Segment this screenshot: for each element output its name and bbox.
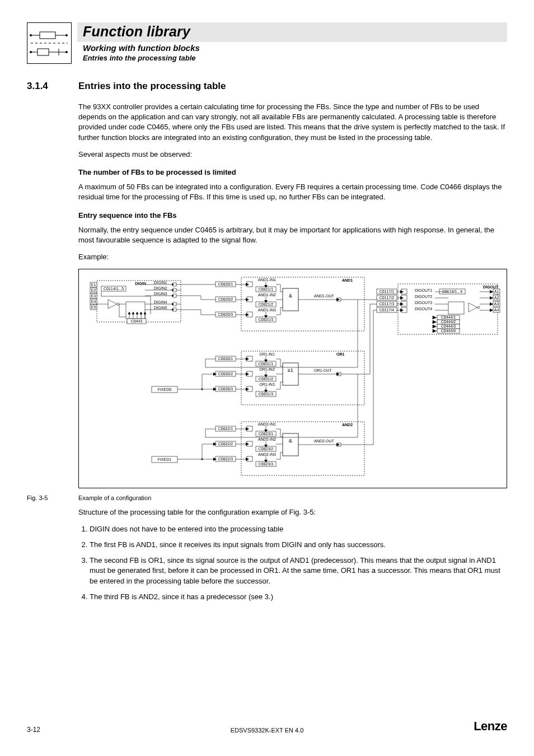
and2-in1-code: C0822/1 — [218, 427, 233, 431]
fixed0: FIXED0 — [158, 388, 172, 391]
digout-in2: C0117/2 — [380, 296, 395, 300]
and1-in1-cfg: C0821/1 — [259, 287, 274, 291]
digin-e1: E1 — [91, 283, 96, 287]
list-item: DIGIN does not have to be entered into t… — [90, 524, 507, 534]
and1-in3-code: C0820/3 — [218, 312, 233, 316]
digin-e4: E4 — [91, 300, 96, 304]
svg-point-7 — [30, 51, 32, 53]
or1-in3-cfg: C0831/3 — [259, 392, 274, 396]
digout-in4: C0117/4 — [380, 308, 395, 312]
or1-in2: OR1-IN2 — [259, 367, 275, 371]
svg-marker-140 — [433, 316, 436, 319]
paragraph-num-fbs: A maximum of 50 FBs can be integrated in… — [78, 182, 507, 202]
digout-out3: DIGOUT3 — [415, 301, 432, 305]
list-item: The second FB is OR1, since its signal s… — [90, 556, 507, 586]
svg-point-4 — [65, 34, 68, 36]
svg-rect-220 — [283, 433, 298, 456]
or1-in2-cfg: C0831/2 — [259, 377, 274, 381]
and1-in2: AND1-IN2 — [258, 293, 276, 297]
svg-point-12 — [65, 51, 68, 53]
and1-in1: AND1-IN1 — [258, 278, 276, 282]
svg-marker-47 — [128, 312, 130, 314]
digout-out4: DIGOUT4 — [415, 307, 432, 311]
svg-point-237 — [202, 459, 203, 460]
digout-in1: C0117/1 — [380, 290, 395, 293]
page-subsubtitle: Entries into the processing table — [77, 54, 507, 62]
digout-cfg2: C0444/2 — [441, 320, 456, 324]
svg-marker-55 — [144, 312, 146, 314]
svg-rect-8 — [38, 49, 49, 55]
page-footer: 3-12 EDSVS9332K-EXT EN 4.0 Lenze — [27, 719, 507, 734]
digout-cfg3: C0444/3 — [441, 324, 456, 328]
digout-code-top: C0118/1...4 — [442, 290, 462, 293]
digin-out5: DIGIN5 — [154, 306, 167, 310]
digout-out1: DIGOUT1 — [415, 288, 432, 292]
digout-a1: A1 — [494, 290, 499, 293]
digin-out2: DIGIN2 — [154, 286, 167, 290]
and2-in2: AND2-IN2 — [258, 437, 276, 441]
or1-in1: OR1-IN1 — [259, 352, 275, 356]
svg-point-190 — [202, 389, 203, 390]
digin-out3: DIGIN3 — [154, 292, 167, 296]
digout-a3: A3 — [494, 302, 499, 306]
digout-a4: A4 — [494, 308, 499, 312]
and1-op: & — [289, 293, 292, 298]
digin-code-left: C0114/1...5 — [104, 287, 124, 291]
digout-cfg1: C0444/1 — [441, 315, 456, 319]
svg-marker-128 — [490, 296, 493, 300]
and2-in1: AND2-IN1 — [258, 422, 276, 426]
and2-in3: AND2-IN3 — [258, 452, 276, 456]
and1-in2-cfg: C0821/2 — [259, 302, 274, 306]
or1-out: OR1-OUT — [314, 368, 332, 372]
section-title: Entries into the processing table — [78, 81, 226, 92]
digout-out2: DIGOUT2 — [415, 295, 432, 298]
page-header: Function library Working with function b… — [27, 22, 507, 64]
page-subtitle: Working with function blocks — [77, 43, 507, 53]
list-item: The third FB is AND2, since it has a pre… — [90, 592, 507, 602]
digin-e3: E3 — [91, 294, 96, 298]
svg-marker-142 — [433, 320, 436, 324]
svg-rect-173 — [283, 363, 298, 385]
and2-op: & — [289, 438, 292, 444]
svg-rect-23 — [126, 302, 145, 319]
svg-rect-2 — [40, 32, 55, 39]
or1-in3: OR1-IN3 — [259, 382, 275, 386]
list-item: The first FB is AND1, since it receives … — [90, 540, 507, 550]
digout-in3: C0117/3 — [380, 302, 395, 306]
example-label: Example: — [78, 252, 507, 262]
svg-marker-131 — [490, 302, 493, 306]
svg-rect-85 — [283, 288, 298, 311]
section-number: 3.1.4 — [27, 81, 78, 92]
svg-marker-134 — [490, 309, 493, 312]
page-title: Function library — [83, 24, 502, 40]
aspects-line: Several aspects must be observed: — [78, 150, 507, 160]
and2-in3-code: C0822/3 — [218, 457, 233, 461]
section-heading: 3.1.4 Entries into the processing table — [27, 81, 507, 92]
configuration-diagram: DIGIN E1 E2 E3 E4 E5 C0114/1...5 — [78, 269, 507, 488]
svg-point-1 — [30, 34, 32, 36]
and1-out: AND1-OUT — [314, 294, 335, 298]
svg-marker-125 — [490, 290, 493, 293]
and2-in1-cfg: C0823/1 — [259, 432, 274, 436]
heading-num-fbs: The number of FBs to be processed is lim… — [78, 167, 507, 178]
svg-marker-53 — [140, 312, 142, 314]
figure-caption: Example of a configuration — [78, 494, 151, 502]
processing-steps: DIGIN does not have to be entered into t… — [78, 524, 507, 602]
heading-seq: Entry sequence into the FBs — [78, 211, 507, 221]
header-icon — [27, 22, 72, 64]
or1-in1-cfg: C0831/1 — [259, 362, 274, 366]
or1-in1-code: C0830/1 — [218, 357, 233, 361]
and2-in2-cfg: C0823/2 — [259, 447, 274, 451]
and2-out: AND2-OUT — [314, 439, 335, 443]
digout-title: DIGOUT — [483, 285, 499, 289]
and1-title: AND1 — [342, 278, 353, 282]
and2-title: AND2 — [342, 423, 353, 427]
or1-in2-code: C0830/2 — [218, 372, 233, 376]
and1-in2-code: C0820/2 — [218, 297, 233, 301]
and1-in1-code: C0820/1 — [218, 282, 233, 286]
and2-in2-code: C0822/2 — [218, 442, 233, 446]
svg-marker-116 — [469, 303, 477, 312]
digin-e2: E2 — [91, 288, 96, 292]
digin-out1: DIGIN1 — [154, 281, 167, 284]
digin-e5: E5 — [91, 305, 96, 309]
